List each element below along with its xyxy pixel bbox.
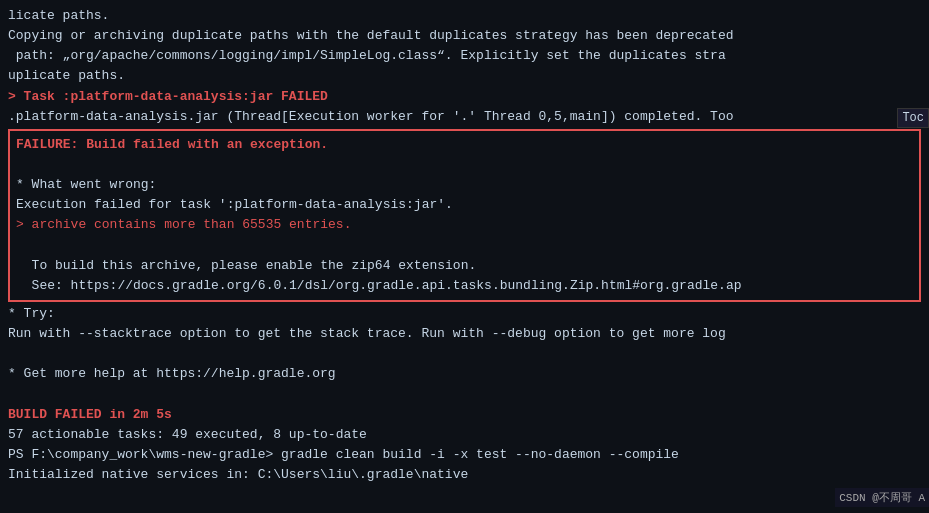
what-went-wrong: * What went wrong: bbox=[16, 175, 913, 195]
try-line: * Try: bbox=[8, 304, 921, 324]
error-box: FAILURE: Build failed with an exception.… bbox=[8, 129, 921, 302]
line-copying: Copying or archiving duplicate paths wit… bbox=[8, 26, 921, 46]
see-line: See: https://docs.gradle.org/6.0.1/dsl/o… bbox=[16, 276, 913, 296]
help-line: * Get more help at https://help.gradle.o… bbox=[8, 364, 921, 384]
archive-line: > archive contains more than 65535 entri… bbox=[16, 215, 913, 235]
init-line: Initialized native services in: C:\Users… bbox=[8, 465, 921, 485]
blank-after-run bbox=[8, 344, 921, 364]
csdn-badge: CSDN @不周哥 A bbox=[835, 488, 929, 507]
run-line: Run with --stacktrace option to get the … bbox=[8, 324, 921, 344]
toc-badge: Toc bbox=[897, 108, 929, 128]
execution-failed: Execution failed for task ':platform-dat… bbox=[16, 195, 913, 215]
failure-line: FAILURE: Build failed with an exception. bbox=[16, 135, 913, 155]
completion-line: .platform-data-analysis.jar (Thread[Exec… bbox=[8, 107, 921, 127]
blank2 bbox=[8, 385, 921, 405]
line-uplicate: uplicate paths. bbox=[8, 66, 921, 86]
terminal-window: licate paths. Copying or archiving dupli… bbox=[0, 0, 929, 513]
tip-line: To build this archive, please enable the… bbox=[16, 256, 913, 276]
build-failed-line: BUILD FAILED in 2m 5s bbox=[8, 405, 921, 425]
ps-line: PS F:\company_work\wms-new-gradle> gradl… bbox=[8, 445, 921, 465]
line-licate: licate paths. bbox=[8, 6, 921, 26]
blank-after-failure bbox=[16, 155, 913, 175]
actionable-line: 57 actionable tasks: 49 executed, 8 up-t… bbox=[8, 425, 921, 445]
blank-mid bbox=[16, 236, 913, 256]
task-failed-line: > Task :platform-data-analysis:jar FAILE… bbox=[8, 87, 921, 107]
line-path: path: „org/apache/commons/logging/impl/S… bbox=[8, 46, 921, 66]
